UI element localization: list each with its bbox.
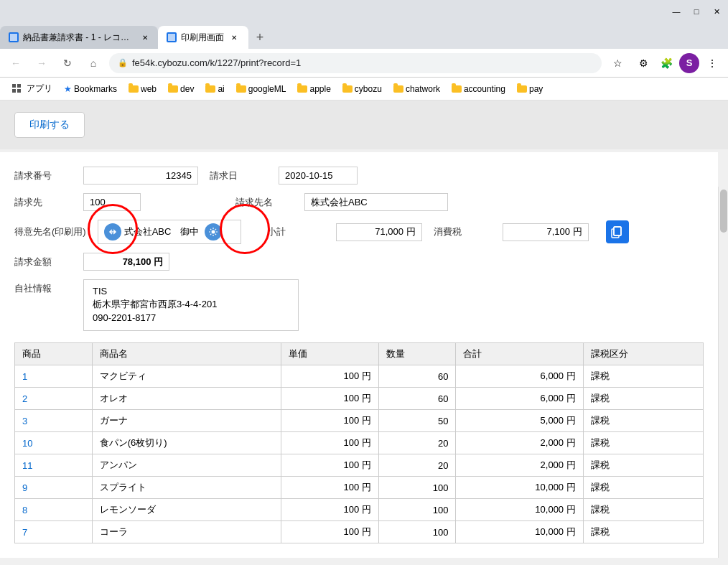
cell-tax-category: 課税 [583, 499, 703, 521]
extensions-button[interactable]: ⚙ [633, 53, 653, 73]
bookmark-pay-label: pay [529, 84, 543, 94]
bookmark-apple[interactable]: apple [293, 80, 335, 98]
tab-close-2[interactable]: ✕ [228, 32, 240, 43]
bookmark-apple-label: apple [309, 84, 330, 94]
minimize-button[interactable]: — [671, 6, 682, 17]
new-tab-button[interactable]: + [248, 26, 271, 49]
back-button[interactable]: ← [6, 53, 26, 73]
cell-total: 10,000 円 [456, 521, 583, 543]
client-row: 請求先 請求先名 [14, 193, 704, 211]
tokui-field[interactable]: 式会社ABC 御中 [98, 220, 241, 244]
lock-icon: 🔒 [118, 58, 128, 67]
col-header-total: 合計 [456, 343, 583, 365]
cell-unit-price: 100 円 [281, 365, 378, 388]
copy-icon-button[interactable] [606, 220, 629, 243]
cell-qty: 100 [378, 477, 456, 499]
cell-unit-price: 100 円 [281, 477, 378, 499]
cell-product-id[interactable]: 3 [15, 410, 93, 432]
cell-product-id[interactable]: 11 [15, 454, 93, 477]
print-button[interactable]: 印刷する [14, 112, 85, 138]
col-header-product: 商品 [15, 343, 93, 365]
cell-product-name: ガーナ [92, 410, 281, 432]
cell-qty: 60 [378, 365, 456, 388]
table-row: 11 アンパン 100 円 20 2,000 円 課税 [15, 454, 704, 477]
tokui-gear-button[interactable] [205, 223, 222, 241]
address-bar: ← → ↻ ⌂ 🔒 fe54k.cybozu.com/k/1227/print?… [0, 49, 728, 78]
cell-total: 10,000 円 [456, 477, 583, 499]
main-wrapper: 印刷する 請求番号 請求日 請求先 請求先名 得意先名(印刷用) [0, 101, 728, 558]
bookmark-googleml[interactable]: googleML [232, 80, 291, 98]
bookmark-bookmarks[interactable]: ★ Bookmarks [60, 80, 121, 98]
menu-button[interactable]: ⋮ [702, 53, 722, 73]
svg-rect-3 [17, 84, 21, 88]
cell-qty: 60 [378, 388, 456, 410]
tokui-value: 式会社ABC 御中 [124, 225, 200, 238]
close-button[interactable]: ✕ [711, 6, 722, 17]
url-bar[interactable]: 🔒 fe54k.cybozu.com/k/1227/print?record=1 [109, 53, 602, 73]
tokui-link-button[interactable] [104, 223, 121, 241]
folder-icon-cybozu [342, 85, 353, 93]
total-input[interactable] [83, 253, 169, 271]
svg-rect-4 [12, 89, 16, 93]
cell-product-name: コーラ [92, 521, 281, 543]
invoice-date-input[interactable] [279, 167, 358, 185]
svg-rect-2 [12, 84, 16, 88]
cell-unit-price: 100 円 [281, 521, 378, 543]
jisha-line-1: TIS [93, 286, 289, 296]
cell-qty: 50 [378, 410, 456, 432]
svg-rect-8 [614, 227, 621, 235]
home-button[interactable]: ⌂ [83, 53, 103, 73]
table-row: 8 レモンソーダ 100 円 100 10,000 円 課税 [15, 499, 704, 521]
tab-close-1[interactable]: ✕ [140, 32, 149, 43]
scrollbar[interactable] [718, 187, 728, 558]
cell-product-id[interactable]: 7 [15, 521, 93, 543]
bookmark-pay[interactable]: pay [513, 80, 547, 98]
bookmark-web-label: web [141, 84, 157, 94]
client-name-input[interactable] [304, 193, 448, 211]
profile-button[interactable]: S [679, 53, 699, 73]
puzzle-icon[interactable]: 🧩 [656, 53, 676, 73]
bookmark-chatwork-label: chatwork [406, 84, 440, 94]
scrollbar-thumb[interactable] [720, 190, 727, 233]
cell-product-id[interactable]: 10 [15, 432, 93, 454]
invoice-number-input[interactable] [83, 167, 198, 185]
folder-icon-apple [297, 85, 307, 93]
tab-print[interactable]: 印刷用画面 ✕ [158, 26, 248, 49]
apps-label: アプリ [27, 83, 52, 95]
client-code-input[interactable] [83, 193, 141, 211]
cell-tax-category: 課税 [583, 432, 703, 454]
bookmark-chatwork[interactable]: chatwork [389, 80, 444, 98]
tab-invoice[interactable]: 納品書兼請求書 - 1 - レコードの詳... ✕ [0, 26, 158, 49]
cell-tax-category: 課税 [583, 454, 703, 477]
tax-input[interactable] [503, 223, 589, 241]
bookmark-dev[interactable]: dev [164, 80, 198, 98]
invoice-date-label: 請求日 [210, 169, 267, 182]
cell-product-id[interactable]: 9 [15, 477, 93, 499]
maximize-button[interactable]: □ [691, 6, 702, 17]
bookmark-ai[interactable]: ai [201, 80, 228, 98]
bookmarks-bar: アプリ ★ Bookmarks web dev ai googleML appl… [0, 78, 728, 101]
apps-bookmarks[interactable]: アプリ [6, 80, 57, 98]
bookmark-web[interactable]: web [124, 80, 161, 98]
cell-tax-category: 課税 [583, 521, 703, 543]
total-label: 請求金額 [14, 256, 72, 269]
folder-icon-googleml [236, 85, 246, 93]
cell-product-id[interactable]: 8 [15, 499, 93, 521]
cell-total: 6,000 円 [456, 388, 583, 410]
tab-label-1: 納品書兼請求書 - 1 - レコードの詳... [23, 32, 136, 44]
cell-total: 5,000 円 [456, 410, 583, 432]
folder-icon-pay [517, 85, 527, 93]
forward-button[interactable]: → [32, 53, 52, 73]
reload-button[interactable]: ↻ [57, 53, 78, 73]
svg-rect-0 [10, 34, 17, 41]
items-table: 商品 商品名 単価 数量 合計 課税区分 1 マクビティ 100 円 60 6,… [14, 342, 704, 543]
cell-qty: 20 [378, 432, 456, 454]
bookmark-accounting[interactable]: accounting [447, 80, 510, 98]
jisha-label: 自社情報 [14, 279, 72, 295]
bookmark-star-button[interactable]: ☆ [607, 53, 627, 73]
col-header-qty: 数量 [378, 343, 456, 365]
cell-product-id[interactable]: 2 [15, 388, 93, 410]
subtotal-input[interactable] [336, 223, 422, 241]
bookmark-cybozu[interactable]: cybozu [338, 80, 386, 98]
cell-product-id[interactable]: 1 [15, 365, 93, 388]
